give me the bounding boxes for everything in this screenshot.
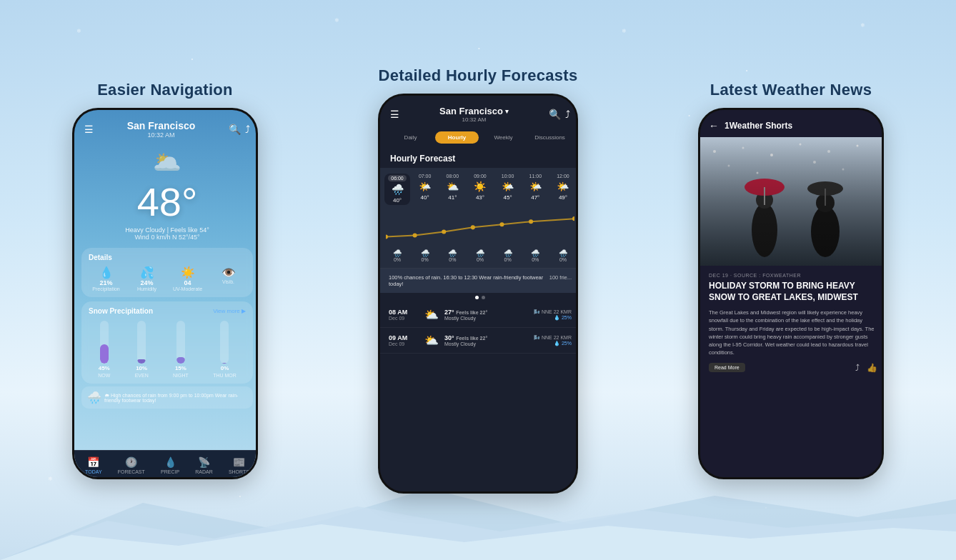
p1-nav-radar-label: RADAR <box>195 469 213 474</box>
svg-marker-1 <box>0 506 956 560</box>
p2-precip-list-0: 💧 25% <box>534 315 572 321</box>
shorts-icon: 📰 <box>233 456 245 468</box>
p2-dot-2[interactable] <box>482 296 485 299</box>
p1-time: 10:32 AM <box>127 131 196 139</box>
menu-icon[interactable]: ☰ <box>84 124 94 135</box>
p1-nav-forecast[interactable]: 🕐 FORECAST <box>118 456 145 474</box>
p2-search-icon[interactable]: 🔍 <box>549 109 561 120</box>
p1-precip-value: 21% <box>99 279 112 286</box>
hour-1200-icon: 🌤️ <box>557 181 569 192</box>
p2-row-right-0: 🌬️ NNE 22 KMR 💧 25% <box>534 309 572 321</box>
p1-bars: 45% NOW 10% EVEN <box>89 321 246 378</box>
p2-dot-1[interactable] <box>475 296 479 299</box>
p1-weather-icon: 🌥️ <box>74 149 258 176</box>
p3-share-action-icon[interactable]: ⤴ <box>855 363 860 373</box>
p1-humidity-value: 24% <box>140 279 153 286</box>
p2-precip-2: 🌧️ 0% <box>439 249 465 262</box>
hour-1000-time: 10:00 <box>502 174 514 179</box>
p1-bar-night-period: NIGHT <box>173 373 189 378</box>
svg-point-7 <box>499 223 504 227</box>
p2-hour-0800: 08:00 ⛅ 41° <box>439 174 465 205</box>
p1-humidity-label: Humidity <box>137 286 156 291</box>
p1-bar-now: 45% NOW <box>98 321 110 378</box>
p2-hourly-scroll[interactable]: 06:00 🌧️ 40° 07:00 🌤️ 40° 08:00 ⛅ <box>380 168 578 211</box>
p2-header: ☰ San Francisco ▾ 10:32 AM 🔍 ⤴ <box>380 96 578 127</box>
svg-marker-2 <box>0 524 956 560</box>
p1-condition: Heavy Cloudy | Feels like 54° <box>74 226 258 234</box>
phone2-screen: ☰ San Francisco ▾ 10:32 AM 🔍 ⤴ <box>380 96 578 494</box>
p1-uv-label: UV-Moderate <box>173 286 202 291</box>
p3-news-headline: HOLIDAY STORM TO BRING HEAVY SNOW TO GRE… <box>709 281 877 303</box>
p3-back-button[interactable]: ← <box>709 120 719 131</box>
uv-icon: ☀️ <box>181 266 195 279</box>
p3-news-body: The Great Lakes and Midwest region will … <box>709 309 877 357</box>
p2-feels-1: Feels like 22° <box>456 336 487 341</box>
p1-detail-humidity: 💦 24% Humidity <box>129 266 164 291</box>
hour-0800-icon: ⛅ <box>447 181 459 192</box>
p2-list-icon-1: ⛅ <box>424 334 439 347</box>
svg-point-8 <box>529 220 533 224</box>
p2-precip-pct-5: 0% <box>532 257 539 262</box>
p2-hourly-list: 08 AM Dec 09 ⛅ 27° Feels like 22° Mostly… <box>380 302 578 354</box>
p2-time-main-0: 08 AM <box>389 309 424 316</box>
p2-feels-0: Feels like 22° <box>456 310 487 315</box>
share-icon[interactable]: ⤴ <box>245 124 250 135</box>
tab-daily[interactable]: Daily <box>389 131 432 144</box>
p2-precip-pct-0: 0% <box>394 257 401 262</box>
p2-menu-icon[interactable]: ☰ <box>390 109 399 120</box>
panel-navigation: Easier Navigation ☰ San Francisco 10:32 … <box>15 81 315 479</box>
p2-time: 10:32 AM <box>439 116 509 123</box>
p3-like-action-icon[interactable]: 👍 <box>867 363 877 373</box>
phone1-screen: ☰ San Francisco 10:32 AM 🔍 ⤴ 🌥️ 48° H <box>74 110 258 479</box>
hour-1000-temp: 45° <box>504 194 512 201</box>
tab-weekly[interactable]: Weekly <box>482 131 525 144</box>
p2-desc-text-0: Mostly Cloudy <box>444 316 534 321</box>
p2-hour-row: 06:00 🌧️ 40° 07:00 🌤️ 40° 08:00 ⛅ <box>384 174 576 205</box>
p3-header-title: 1Weather Shorts <box>725 121 792 131</box>
p1-temperature: 48° <box>74 179 258 225</box>
p1-bar-now-pct: 45% <box>99 365 110 371</box>
p1-view-more[interactable]: View more ▶ <box>213 308 246 314</box>
panel2-title: Detailed Hourly Forecasts <box>379 66 578 85</box>
search-icon[interactable]: 🔍 <box>229 124 241 135</box>
phone-hourly: ☰ San Francisco ▾ 10:32 AM 🔍 ⤴ <box>378 94 578 494</box>
p2-list-row-0[interactable]: 08 AM Dec 09 ⛅ 27° Feels like 22° Mostly… <box>380 302 578 328</box>
p3-action-icons: ⤴ 👍 <box>855 363 877 373</box>
p1-detail-visibility: 👁️ Visib. <box>211 266 246 291</box>
p1-bar-even: 10% EVEN <box>135 321 149 378</box>
p1-nav-precip-label: PRECIP <box>161 469 179 474</box>
p2-wind-1: 🌬️ NNE 22 KMR <box>534 335 572 341</box>
p1-nav-shorts[interactable]: 📰 SHORTS <box>229 456 249 474</box>
hour-0900-time: 09:00 <box>474 174 487 179</box>
p2-hour-0700: 07:00 🌤️ 40° <box>412 174 438 205</box>
p3-news-image <box>700 137 884 266</box>
p2-rain-icon-4: 🌧️ <box>504 249 512 257</box>
p2-list-temp-1: 30° Feels like 22° <box>444 334 534 341</box>
p2-share-icon[interactable]: ⤴ <box>565 109 570 120</box>
p1-bar-even-period: EVEN <box>135 373 149 378</box>
tab-discussions[interactable]: Discussions <box>528 131 572 144</box>
p1-tip-card: 🌧️ 🌧 High chances of rain from 9:00 pm t… <box>81 386 253 409</box>
p2-list-row-1[interactable]: 09 AM Dec 09 ⛅ 30° Feels like 22° Mostly… <box>380 328 578 354</box>
visibility-icon: 👁️ <box>221 266 236 279</box>
p3-news-content: DEC 19 · SOURCE : FOXWEATHER HOLIDAY STO… <box>700 266 884 380</box>
p2-rain-icon-0: 🌧️ <box>393 249 402 257</box>
phone-news: ← 1Weather Shorts <box>698 108 884 479</box>
p3-read-more-button[interactable]: Read More <box>709 363 745 372</box>
panel1-title: Easier Navigation <box>97 81 233 99</box>
p1-nav-precip[interactable]: 💧 PRECIP <box>161 456 179 474</box>
today-icon: 📅 <box>87 456 99 468</box>
p2-banner: 100% chances of rain. 16:30 to 12:30 Wea… <box>380 269 578 293</box>
p2-desc-text-1: Mostly Cloudy <box>444 341 534 346</box>
hour-0700-icon: 🌤️ <box>419 181 431 192</box>
p2-hour-0900: 09:00 ☀️ 43° <box>467 174 493 205</box>
tab-hourly[interactable]: Hourly <box>435 131 479 144</box>
hour-1000-icon: 🌤️ <box>502 181 514 192</box>
hour-1100-icon: 🌤️ <box>529 181 542 192</box>
p1-nav-today[interactable]: 📅 TODAY <box>85 456 101 474</box>
p1-nav-shorts-label: SHORTS <box>229 469 249 474</box>
hour-0600-icon: 🌧️ <box>392 184 404 195</box>
p1-nav-today-label: TODAY <box>85 469 101 474</box>
p1-nav-radar[interactable]: 📡 RADAR <box>195 456 213 474</box>
p1-temperature-area: 🌥️ 48° Heavy Cloudy | Feels like 54° Win… <box>74 143 258 244</box>
